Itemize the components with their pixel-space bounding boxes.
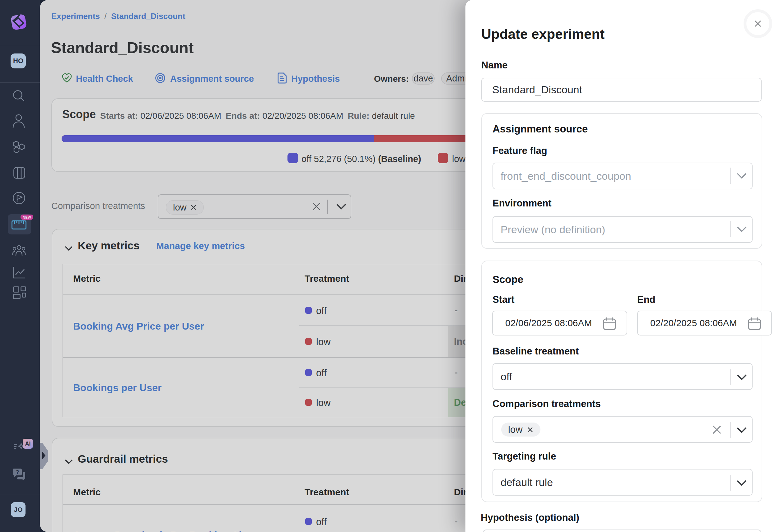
svg-text:?: ? [16, 469, 19, 475]
